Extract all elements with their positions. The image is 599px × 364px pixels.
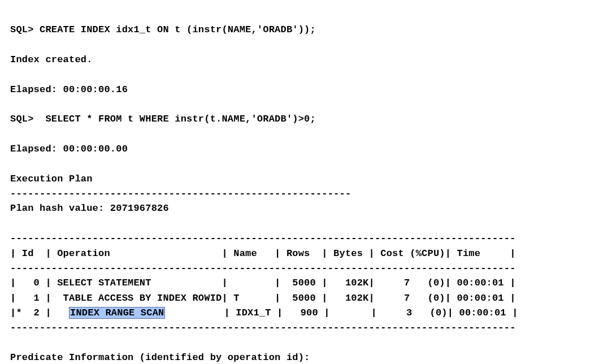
- table-row-prefix: |* 2 |: [10, 307, 69, 318]
- table-header: | Id | Operation | Name | Rows | Bytes |…: [10, 248, 516, 259]
- table-border-bottom: ----------------------------------------…: [10, 322, 516, 333]
- elapsed-1-line: Elapsed: 00:00:00.16: [10, 84, 128, 95]
- execution-plan-heading: Execution Plan: [10, 174, 93, 184]
- plan-hash-line: Plan hash value: 2071967826: [10, 203, 169, 214]
- highlighted-operation: INDEX RANGE SCAN: [69, 307, 165, 319]
- table-border-mid: ----------------------------------------…: [10, 263, 516, 274]
- dash-line: ----------------------------------------…: [10, 188, 351, 199]
- table-row-suffix: | IDX1_T | 900 | | 3 (0)| 00:00:01 |: [165, 307, 518, 318]
- elapsed-2-line: Elapsed: 00:00:00.00: [10, 144, 128, 154]
- sql-select-line: SQL> SELECT * FROM t WHERE instr(t.NAME,…: [10, 114, 316, 124]
- index-created-line: Index created.: [10, 54, 93, 65]
- table-row: | 1 | TABLE ACCESS BY INDEX ROWID| T | 5…: [10, 293, 516, 304]
- predicate-info-heading: Predicate Information (identified by ope…: [10, 352, 310, 363]
- table-row: | 0 | SELECT STATEMENT | | 5000 | 102K| …: [10, 278, 516, 288]
- table-border-top: ----------------------------------------…: [10, 233, 516, 244]
- sql-create-index-line: SQL> CREATE INDEX idx1_t ON t (instr(NAM…: [10, 24, 316, 35]
